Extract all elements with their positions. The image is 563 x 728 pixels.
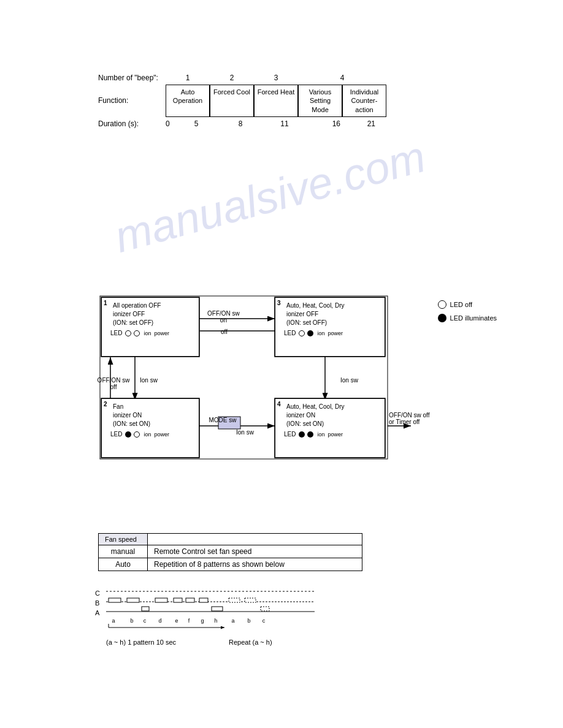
watermark: manualsive.com [109,131,431,262]
box2-number: 2 [104,401,107,408]
box4-led-ion [299,431,305,438]
svg-rect-24 [199,598,208,602]
svg-text:b: b [130,618,133,624]
fanspeed-row-auto: Auto Repetition of 8 patterns as shown b… [99,558,362,571]
function-various: VariousSettingMode [298,85,342,117]
function-forced-heat: Forced Heat [254,85,298,117]
diagram-box2: 2 Fanionizer ON(ION: set ON) LED ion pow… [101,398,199,458]
chart-svg: a b c d e f g h a b c [106,588,351,634]
arrow-label-off: off [221,328,228,335]
led-on-circle [438,314,446,322]
fanspeed-header-col2 [148,534,362,545]
fanspeed-header-col1: Fan speed [99,534,148,545]
box4-led-labels: ion power [317,431,343,438]
box3-led-labels: ion power [317,330,343,336]
dur-0: 0 [166,119,174,128]
led-on-item: LED illuminates [438,314,497,322]
box1-text: All operation OFFionizer OFF(ION: set OF… [113,301,195,327]
box1-led-labels: ion power [144,330,169,336]
arrow-label-offon-on: OFF/ON swon [207,310,240,324]
dur-8: 8 [218,119,262,128]
diagram-box1: 1 All operation OFFionizer OFF(ION: set … [101,297,199,357]
dur-21: 21 [340,119,375,128]
box2-led-power [134,431,140,438]
box1-led: LED ion power [110,330,195,336]
fanspeed-auto-value: Repetition of 8 patterns as shown below [148,558,362,571]
diagram-box3: 3 Auto, Heat, Cool, Dryionizer OFF(ION: … [275,297,385,357]
led-legend: LED off LED illuminates [438,300,497,327]
svg-rect-19 [127,598,139,602]
svg-text:g: g [201,618,204,624]
arrow-label-ionsw2: Ion sw [340,377,358,384]
beep-num-1: 1 [166,74,210,82]
svg-text:h: h [214,618,217,624]
fanspeed-header-row: Fan speed [99,534,362,545]
box4-text: Auto, Heat, Cool, Dryionizer ON(ION: set… [286,403,381,428]
arrow-label-offon-timer: OFF/ON sw offor Timer off [389,412,450,425]
led-off-circle [438,300,446,309]
diagram-container: 1 All operation OFFionizer OFF(ION: set … [98,294,417,490]
led-on-label: LED illuminates [450,314,497,322]
arrow-label-modesw: MODE sw [207,417,238,423]
function-row: Function: AutoOperation Forced Cool Forc… [98,85,386,117]
box2-led-label: LED [110,431,122,438]
dur-16: 16 [307,119,340,128]
arrow-label-offon-off1: OFF/ON sw off [95,377,132,390]
fanspeed-section: Fan speed manual Remote Control set fan … [98,533,362,571]
beep-num-4: 4 [298,74,386,82]
box3-led-label: LED [284,330,296,336]
box3-number: 3 [277,300,281,306]
led-off-item: LED off [438,300,497,309]
chart-repeat-label: Repeat (a ~ h) [229,639,272,646]
svg-rect-28 [261,607,269,611]
box2-led: LED ion power [110,431,195,438]
chart-label-b: B [95,599,99,607]
box3-led-ion [299,330,305,336]
beep-number-row: Number of "beep": 1 2 3 4 [98,74,386,82]
fanspeed-auto-label: Auto [99,558,148,571]
beep-section: Number of "beep": 1 2 3 4 Function: Auto… [98,74,386,128]
arrow-label-ionsw1: Ion sw [140,377,158,384]
arrow-label-ionsw3: Ion sw [236,429,254,436]
box2-led-ion [125,431,131,438]
svg-text:a: a [112,618,115,624]
led-off-label: LED off [450,301,473,308]
beep-num-2: 2 [210,74,254,82]
svg-text:d: d [158,618,161,624]
box2-led-labels: ion power [144,431,169,438]
box1-led-label: LED [110,330,122,336]
duration-row: Duration (s): 0 5 8 11 16 21 [98,119,386,128]
svg-rect-21 [155,598,167,602]
fanspeed-manual-label: manual [99,545,148,558]
svg-rect-23 [186,598,194,602]
box1-led-ion [125,330,131,336]
box4-number: 4 [277,401,281,408]
svg-text:c: c [262,618,266,624]
box2-text: Fanionizer ON(ION: set ON) [113,403,195,428]
svg-rect-20 [142,607,149,611]
svg-rect-18 [109,598,121,602]
fanspeed-row-manual: manual Remote Control set fan speed [99,545,362,558]
svg-rect-25 [212,607,223,611]
function-auto: AutoOperation [166,85,210,117]
diagram-box4: 4 Auto, Heat, Cool, Dryionizer ON(ION: s… [275,398,385,458]
chart-label-a: A [95,609,99,616]
chart-section: C B A [95,588,371,646]
box1-led-power [134,330,140,336]
fanspeed-manual-value: Remote Control set fan speed [148,545,362,558]
box3-led-power [307,330,313,336]
svg-rect-27 [245,598,256,602]
svg-text:f: f [188,618,190,624]
function-individual: IndividualCounter-action [342,85,386,117]
chart-bottom-labels: (a ~ h) 1 pattern 10 sec Repeat (a ~ h) [106,639,371,646]
duration-label: Duration (s): [98,119,166,128]
svg-text:e: e [175,618,178,624]
box4-led: LED ion power [284,431,381,438]
chart-label-c: C [95,590,100,597]
function-label: Function: [98,96,166,105]
svg-rect-22 [174,598,182,602]
box1-number: 1 [104,300,107,306]
dur-5: 5 [174,119,218,128]
diagram-section: 1 All operation OFFionizer OFF(ION: set … [98,294,460,490]
beep-num-3: 3 [254,74,298,82]
